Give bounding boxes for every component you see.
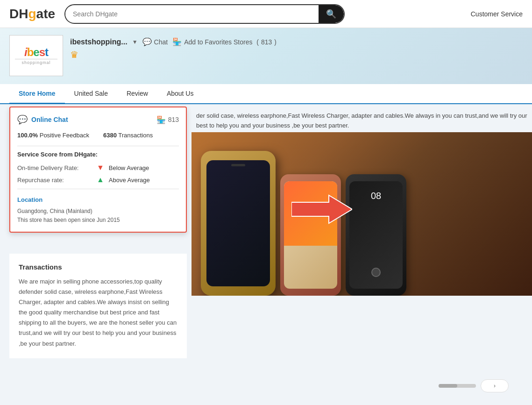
store-logo: ibest shoppingmal [9, 35, 63, 76]
right-content: der solid case, wireless earphone,Fast W… [192, 104, 532, 402]
store-name: ibestshopping... [70, 38, 128, 46]
service-score-title: Service Score from DHgate: [17, 151, 179, 158]
site-logo[interactable]: DHgate [9, 7, 55, 21]
search-input[interactable] [65, 7, 319, 21]
transactions: 6380 Transactions [103, 132, 153, 139]
repurchase-value: Above Average [109, 177, 150, 184]
repurchase-rate-row: Repurchase rate: ▲ Above Average [17, 176, 179, 184]
search-button[interactable]: 🔍 [319, 5, 344, 23]
phone-cases-group: 📱 08 [192, 132, 532, 296]
store-name-row: ibestshopping... ▼ 💬 Chat 🏪 Add to Favor… [70, 37, 277, 46]
ring-holder [371, 268, 381, 277]
transactions-count: 6380 [103, 132, 117, 139]
scroll-thumb[interactable] [439, 384, 457, 388]
location-detail: Guangdong, China (Mainland) This store h… [17, 207, 179, 225]
phone-screen-left [206, 160, 270, 286]
phone-case-left [201, 151, 276, 296]
store-description-text: der solid case, wireless earphone,Fast W… [192, 107, 532, 135]
on-time-delivery-row: On-time Delivery Rate: ▼ Below Average [17, 163, 179, 172]
online-chat-icon: 💬 [17, 114, 28, 125]
feedback-percent: 100.0% [17, 132, 38, 139]
favorites-count: ( [255, 38, 259, 46]
store-open-since: This store has been open since Jun 2015 [17, 216, 179, 225]
main-content: 💬 Online Chat 🏪 813 100.0% Positive Feed… [0, 104, 532, 402]
phone-case-right: 08 [346, 174, 406, 296]
favorites-count-close: ) [274, 38, 277, 46]
feedback-row: 100.0% Positive Feedback 6380 Transactio… [17, 132, 179, 139]
red-arrow-annotation [291, 193, 352, 226]
scroll-controls: › [439, 379, 509, 392]
transactions-section: Transactions We are major in selling pho… [9, 254, 187, 358]
search-bar: 🔍 [64, 4, 345, 24]
popup-favorites-count-row: 🏪 813 [156, 115, 179, 124]
repurchase-label: Repurchase rate: [17, 177, 92, 184]
scroll-track [439, 384, 476, 388]
popup-top-row: 💬 Online Chat 🏪 813 [17, 114, 179, 125]
product-banner: or iPhone X 📱 08 [192, 132, 532, 296]
chat-icon: 💬 [142, 37, 152, 46]
transactions-description: We are major in selling phone accessorie… [19, 277, 177, 349]
tab-store-home[interactable]: Store Home [9, 84, 65, 104]
crown-icon: ♛ [70, 49, 277, 60]
below-average-arrow-icon: ▼ [97, 163, 104, 172]
svg-marker-0 [291, 195, 352, 223]
divider-1 [17, 146, 179, 146]
on-time-value: Below Average [109, 164, 149, 171]
store-info-popup: 💬 Online Chat 🏪 813 100.0% Positive Feed… [9, 107, 187, 233]
scroll-next-button[interactable]: › [481, 379, 509, 392]
add-favorites-label: Add to Favorites Stores [184, 38, 252, 46]
location-city: Guangdong, China (Mainland) [17, 207, 179, 216]
transactions-label-text: Transactions [118, 132, 153, 139]
transactions-section-title: Transactions [19, 263, 177, 271]
on-time-label: On-time Delivery Rate: [17, 164, 92, 171]
store-navigation: Store Home United Sale Review About Us [0, 84, 532, 104]
tab-united-sale[interactable]: United Sale [65, 84, 117, 104]
customer-service-link[interactable]: Customer Service [471, 10, 523, 18]
dropdown-arrow-icon[interactable]: ▼ [132, 39, 138, 45]
online-chat-row: 💬 Online Chat [17, 114, 68, 125]
chat-label: Chat [154, 38, 168, 46]
location-section: Location Guangdong, China (Mainland) Thi… [17, 196, 179, 225]
favorites-count-value: 813 [261, 38, 272, 46]
above-average-arrow-icon: ▲ [97, 176, 104, 184]
positive-feedback-label: Positive Feedback [40, 132, 89, 139]
tab-about-us[interactable]: About Us [157, 84, 203, 104]
tab-review[interactable]: Review [117, 84, 157, 104]
popup-fav-icon: 🏪 [156, 115, 166, 124]
positive-feedback: 100.0% Positive Feedback [17, 132, 89, 139]
phone-case-middle: 📱 [280, 174, 341, 296]
popup-favorites-count: 813 [168, 116, 179, 123]
online-chat-text[interactable]: Online Chat [31, 116, 68, 123]
store-info: ibestshopping... ▼ 💬 Chat 🏪 Add to Favor… [70, 35, 277, 60]
location-title: Location [17, 196, 179, 203]
favorites-store-icon: 🏪 [172, 37, 182, 46]
store-header: ibest shoppingmal ibestshopping... ▼ 💬 C… [0, 28, 532, 84]
divider-2 [17, 189, 179, 189]
add-favorites-button[interactable]: 🏪 Add to Favorites Stores ( 813 ) [172, 37, 277, 46]
header: DHgate 🔍 Customer Service [0, 0, 532, 28]
chat-button[interactable]: 💬 Chat [142, 37, 168, 46]
